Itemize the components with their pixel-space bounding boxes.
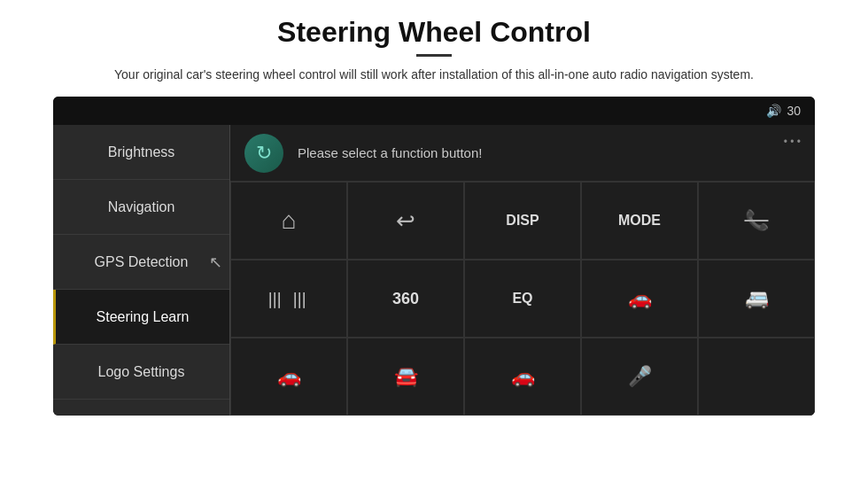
sidebar-label-gps: GPS Detection [95, 254, 189, 270]
cursor-icon: ↖ [209, 253, 222, 272]
grid-cell-car-front[interactable]: 🚗 [230, 338, 347, 416]
grid-cell-camera2[interactable]: 🚐 [698, 260, 815, 338]
car-front-icon: 🚗 [277, 365, 301, 388]
header-message: Please select a function button! [298, 145, 482, 160]
grid-cell-eq[interactable]: EQ [464, 260, 581, 338]
camera2-icon: 🚐 [745, 287, 769, 310]
grid-cell-disp[interactable]: DISP [464, 182, 581, 260]
mode-label: MODE [618, 213, 661, 229]
grid-cell-mic[interactable]: 🎤 [581, 338, 698, 416]
page-wrapper: Steering Wheel Control Your original car… [0, 0, 868, 482]
car-screen: 🔊 30 Brightness Navigation GPS Detection… [53, 97, 815, 416]
volume-icon: 🔊 [766, 104, 781, 118]
sidebar-item-gps-detection[interactable]: GPS Detection ↖ [53, 235, 229, 290]
grid-cell-car-side[interactable]: 🚘 [347, 338, 464, 416]
grid-cell-home[interactable]: ⌂ [230, 182, 347, 260]
sidebar-label-navigation: Navigation [108, 199, 175, 215]
page-title: Steering Wheel Control [277, 16, 591, 49]
360-label: 360 [392, 290, 419, 308]
button-grid: ⌂ ↩ DISP MODE 📞 ⫼ [230, 182, 815, 416]
home-icon: ⌂ [282, 206, 297, 235]
grid-cell-tune[interactable]: ⫼⫼ [230, 260, 347, 338]
page-subtitle: Your original car's steering wheel contr… [114, 66, 754, 84]
refresh-symbol: ↻ [256, 142, 272, 165]
grid-cell-360[interactable]: 360 [347, 260, 464, 338]
volume-number: 30 [787, 104, 801, 118]
sidebar-item-navigation[interactable]: Navigation [53, 180, 229, 235]
sidebar: Brightness Navigation GPS Detection ↖ St… [53, 125, 230, 416]
sidebar-item-brightness[interactable]: Brightness [53, 125, 229, 180]
top-right-indicator: • • • [784, 136, 801, 148]
sidebar-label-logo: Logo Settings [98, 364, 185, 380]
disp-label: DISP [506, 213, 539, 229]
sidebar-item-logo-settings[interactable]: Logo Settings [53, 345, 229, 400]
grid-cell-mode[interactable]: MODE [581, 182, 698, 260]
grid-cell-back[interactable]: ↩ [347, 182, 464, 260]
refresh-icon[interactable]: ↻ [244, 134, 283, 173]
car-side-icon: 🚘 [394, 365, 418, 388]
grid-cell-empty [698, 338, 815, 416]
phone-off-icon: 📞 [745, 209, 769, 232]
content-header: ↻ Please select a function button! • • • [230, 125, 815, 182]
car-top-icon: 🚗 [511, 365, 535, 388]
camera1-icon: 🚗 [628, 287, 652, 310]
mic-icon: 🎤 [628, 365, 652, 388]
tune-icon: ⫼⫼ [264, 285, 314, 313]
title-divider [416, 54, 452, 57]
back-icon: ↩ [396, 207, 415, 235]
sidebar-label-steering: Steering Learn [97, 309, 190, 325]
content-panel: ↻ Please select a function button! • • •… [230, 125, 815, 416]
eq-label: EQ [512, 291, 532, 307]
grid-cell-camera1[interactable]: 🚗 [581, 260, 698, 338]
grid-cell-phone-off[interactable]: 📞 [698, 182, 815, 260]
sidebar-item-steering-learn[interactable]: Steering Learn [53, 290, 229, 345]
top-bar: 🔊 30 [53, 97, 815, 125]
sidebar-label-brightness: Brightness [108, 144, 175, 160]
grid-cell-car-top[interactable]: 🚗 [464, 338, 581, 416]
main-area: Brightness Navigation GPS Detection ↖ St… [53, 125, 815, 416]
